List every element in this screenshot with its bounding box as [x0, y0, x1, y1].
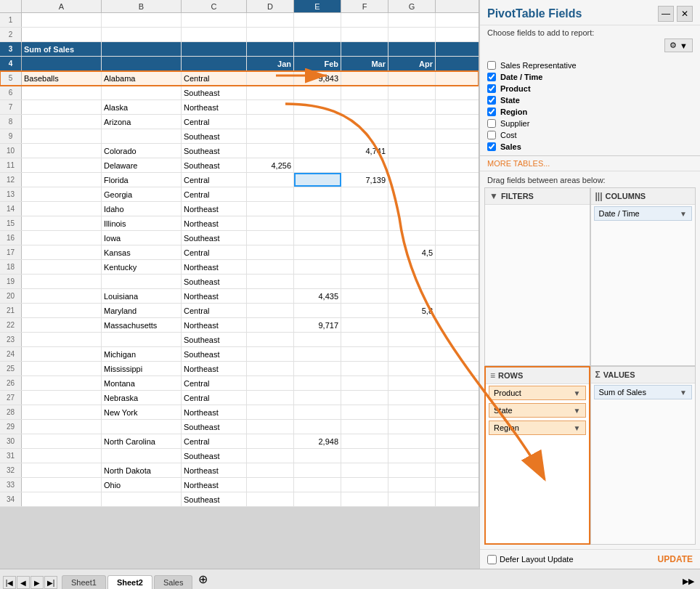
col-header-f[interactable]: F	[341, 0, 388, 12]
cell-e10[interactable]	[294, 144, 341, 158]
cell-g12[interactable]	[388, 173, 436, 187]
cell-b2[interactable]	[102, 28, 182, 41]
defer-checkbox[interactable]: Defer Layout Update	[487, 555, 574, 564]
table-row[interactable]: 12FloridaCentral7,139	[0, 173, 479, 187]
sheet-tab-sheet1[interactable]: Sheet1	[62, 575, 106, 589]
cell-e7[interactable]	[294, 100, 341, 114]
cell-e21[interactable]	[294, 304, 341, 317]
cell-f22[interactable]	[341, 318, 388, 332]
cell-b6[interactable]	[102, 86, 182, 99]
cell-a6[interactable]	[22, 86, 102, 99]
col-header-g[interactable]: G	[388, 0, 436, 12]
pivot-settings-btn[interactable]: ⚙ ▼	[664, 38, 693, 52]
cell-c6[interactable]: Southeast	[182, 86, 247, 99]
rows-item-region[interactable]: Region ▼	[489, 421, 586, 435]
field-item[interactable]: Supplier	[487, 118, 693, 129]
cell-g3[interactable]	[388, 42, 436, 56]
cell-d23[interactable]	[247, 333, 294, 346]
cell-f5[interactable]	[341, 71, 388, 85]
more-tables-link[interactable]: MORE TABLES...	[480, 156, 700, 171]
cell-f8[interactable]	[341, 115, 388, 129]
cell-c30[interactable]: Central	[182, 434, 247, 448]
cell-c2[interactable]	[182, 28, 247, 41]
cell-e32[interactable]	[294, 463, 341, 477]
cell-f4[interactable]: Mar	[341, 57, 388, 70]
cell-d11[interactable]: 4,256	[247, 158, 294, 172]
cell-c4[interactable]	[182, 57, 247, 70]
cell-c19[interactable]: Southeast	[182, 275, 247, 288]
cell-f19[interactable]	[341, 275, 388, 288]
cell-c25[interactable]: Northeast	[182, 362, 247, 375]
cell-d4[interactable]: Jan	[247, 57, 294, 70]
cell-b33[interactable]: Ohio	[102, 478, 182, 492]
cell-g24[interactable]	[388, 347, 436, 361]
cell-g21[interactable]: 5,8	[388, 304, 436, 317]
cell-g30[interactable]	[388, 434, 436, 448]
cell-e25[interactable]	[294, 362, 341, 375]
table-row[interactable]: 26MontanaCentral	[0, 376, 479, 391]
table-row[interactable]: 24MichiganSoutheast	[0, 347, 479, 362]
cell-g17[interactable]: 4,5	[388, 245, 436, 259]
table-row[interactable]: 34Southeast	[0, 492, 479, 507]
cell-b12[interactable]: Florida	[102, 173, 182, 187]
cell-c27[interactable]: Central	[182, 391, 247, 405]
cell-f14[interactable]	[341, 202, 388, 216]
cell-e13[interactable]	[294, 187, 341, 201]
cell-g13[interactable]	[388, 187, 436, 201]
cell-d20[interactable]	[247, 289, 294, 303]
cell-a14[interactable]	[22, 202, 102, 216]
cell-b13[interactable]: Georgia	[102, 187, 182, 201]
cell-c5[interactable]: Central	[182, 71, 247, 85]
cell-b18[interactable]: Kentucky	[102, 260, 182, 274]
table-row[interactable]: 1	[0, 13, 479, 28]
cell-a4[interactable]	[22, 57, 102, 70]
field-checkbox[interactable]	[487, 131, 496, 139]
cell-a18[interactable]	[22, 260, 102, 274]
update-button[interactable]: UPDATE	[658, 554, 693, 564]
cell-b11[interactable]: Delaware	[102, 158, 182, 172]
cell-c29[interactable]: Southeast	[182, 420, 247, 434]
cell-b32[interactable]: North Dakota	[102, 463, 182, 477]
cell-f21[interactable]	[341, 304, 388, 317]
table-row[interactable]: 11DelawareSoutheast4,256	[0, 158, 479, 173]
cell-a1[interactable]	[22, 13, 102, 27]
cell-b15[interactable]: Illinois	[102, 216, 182, 230]
field-item[interactable]: Region	[487, 106, 693, 118]
cell-d32[interactable]	[247, 463, 294, 477]
cell-c13[interactable]: Central	[182, 187, 247, 201]
cell-c1[interactable]	[182, 13, 247, 27]
values-item-sum-sales[interactable]: Sum of Sales ▼	[594, 385, 693, 399]
cell-g9[interactable]	[388, 129, 436, 143]
cell-g31[interactable]	[388, 449, 436, 463]
rows-state-dropdown[interactable]: ▼	[574, 407, 581, 415]
cell-d19[interactable]	[247, 275, 294, 288]
cell-f12[interactable]: 7,139	[341, 173, 388, 187]
col-header-d[interactable]: D	[247, 0, 294, 12]
cell-e1[interactable]	[294, 13, 341, 27]
table-row[interactable]: 2	[0, 28, 479, 42]
cell-c26[interactable]: Central	[182, 376, 247, 390]
cell-e20[interactable]: 4,435	[294, 289, 341, 303]
cell-b29[interactable]	[102, 420, 182, 434]
cell-d8[interactable]	[247, 115, 294, 129]
cell-f17[interactable]	[341, 245, 388, 259]
cell-g7[interactable]	[388, 100, 436, 114]
sheet-tab-sheet2[interactable]: Sheet2	[107, 575, 152, 589]
cell-a7[interactable]	[22, 100, 102, 114]
cell-g32[interactable]	[388, 463, 436, 477]
cell-c28[interactable]: Northeast	[182, 405, 247, 419]
cell-a12[interactable]	[22, 173, 102, 187]
cell-f24[interactable]	[341, 347, 388, 361]
cell-c15[interactable]: Northeast	[182, 216, 247, 230]
cell-g28[interactable]	[388, 405, 436, 419]
field-checkbox[interactable]	[487, 96, 496, 105]
cell-d7[interactable]	[247, 100, 294, 114]
table-row[interactable]: 6Southeast	[0, 86, 479, 100]
cell-f23[interactable]	[341, 333, 388, 346]
cell-e16[interactable]	[294, 231, 341, 245]
table-row[interactable]: 22MassachusettsNortheast9,717	[0, 318, 479, 333]
cell-g1[interactable]	[388, 13, 436, 27]
cell-g33[interactable]	[388, 478, 436, 492]
cell-f33[interactable]	[341, 478, 388, 492]
cell-b8[interactable]: Arizona	[102, 115, 182, 129]
